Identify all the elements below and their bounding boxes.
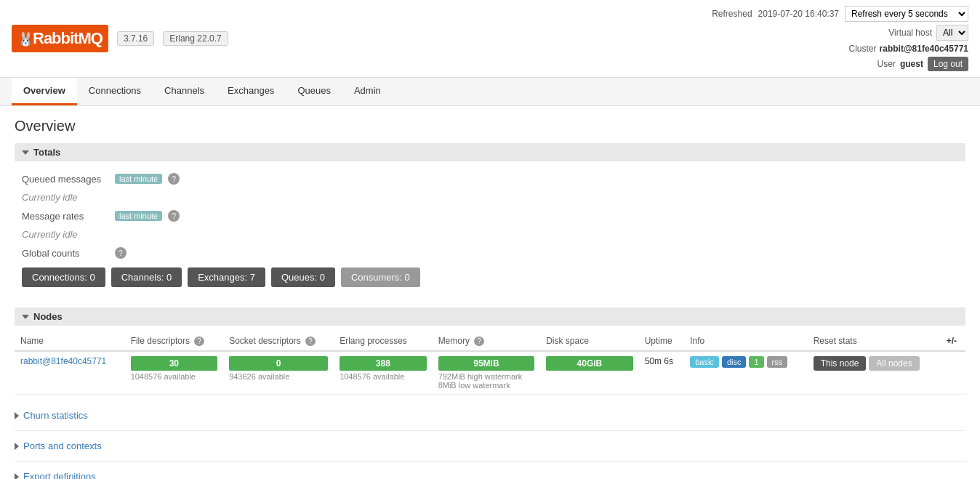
queued-messages-row: Queued messages last minute ? xyxy=(22,170,958,188)
page-title: Overview xyxy=(15,118,965,134)
erlang-processes-cell: 388 1048576 available xyxy=(334,351,433,395)
refresh-select[interactable]: Refresh every 5 seconds Refresh every 10… xyxy=(845,6,968,22)
uptime-value: 50m 6s xyxy=(645,356,673,366)
consumers-count-btn[interactable]: Consumers: 0 xyxy=(341,267,420,287)
totals-section-header[interactable]: Totals xyxy=(15,143,965,161)
user-label: User xyxy=(877,59,896,69)
reset-all-nodes-button[interactable]: All nodes xyxy=(869,356,919,371)
tab-queues[interactable]: Queues xyxy=(286,78,342,105)
badge-disc[interactable]: disc xyxy=(722,356,747,368)
export-definitions-icon xyxy=(15,473,19,480)
col-memory: Memory ? xyxy=(433,331,541,351)
file-descriptors-cell: 30 1048576 available xyxy=(125,351,224,395)
col-reset-stats: Reset stats xyxy=(808,331,941,351)
badge-num[interactable]: 1 xyxy=(749,356,763,368)
message-rates-status-row: Currently idle xyxy=(22,225,958,244)
queued-messages-status-row: Currently idle xyxy=(22,188,958,207)
node-name-link[interactable]: rabbit@81fe40c45771 xyxy=(20,356,106,366)
message-rates-help[interactable]: ? xyxy=(168,210,180,222)
totals-content: Queued messages last minute ? Currently … xyxy=(15,167,965,296)
message-rates-label: Message rates xyxy=(22,211,109,222)
logo-box: 🐰RabbitMQ xyxy=(12,25,108,52)
churn-statistics-icon xyxy=(15,412,19,419)
message-rates-status: Currently idle xyxy=(22,228,78,241)
file-descriptors-help-icon[interactable]: ? xyxy=(194,337,204,346)
memory-sub2: 8MiB low watermark xyxy=(438,381,535,390)
tab-exchanges[interactable]: Exchanges xyxy=(216,78,286,105)
disk-space-cell: 40GiB xyxy=(540,351,639,395)
tab-channels[interactable]: Channels xyxy=(153,78,216,105)
global-counts-row: Global counts ? xyxy=(22,244,958,262)
divider-1 xyxy=(15,430,965,431)
empty-cell xyxy=(941,351,965,395)
nodes-section-header[interactable]: Nodes xyxy=(15,307,965,326)
nodes-table-header-row: Name File descriptors ? Socket descripto… xyxy=(15,331,965,351)
export-definitions-title: Export definitions xyxy=(23,471,96,479)
disk-space-bar: 40GiB xyxy=(546,356,633,371)
churn-statistics-section: Churn statistics xyxy=(15,406,965,424)
tab-overview[interactable]: Overview xyxy=(12,78,77,105)
ports-contexts-section: Ports and contexts xyxy=(15,437,965,455)
col-erlang-processes: Erlang processes xyxy=(334,331,433,351)
erlang-badge: Erlang 22.0.7 xyxy=(163,31,228,46)
logo-text: 🐰RabbitMQ xyxy=(17,29,103,47)
queued-messages-help[interactable]: ? xyxy=(168,173,180,185)
logout-button[interactable]: Log out xyxy=(928,57,968,71)
socket-descriptors-sub: 943626 available xyxy=(229,372,328,381)
reset-stats-buttons: This node All nodes xyxy=(814,356,935,371)
socket-descriptors-cell: 0 943626 available xyxy=(223,351,334,395)
erlang-processes-bar: 388 xyxy=(340,356,427,371)
ports-contexts-header[interactable]: Ports and contexts xyxy=(15,437,965,455)
memory-sub: 792MiB high watermark xyxy=(438,372,535,381)
churn-statistics-header[interactable]: Churn statistics xyxy=(15,406,965,424)
col-info: Info xyxy=(684,331,807,351)
queued-messages-badge: last minute xyxy=(115,174,162,184)
user-name: guest xyxy=(900,59,923,69)
connections-count-btn[interactable]: Connections: 0 xyxy=(22,267,105,287)
cluster-row: Cluster rabbit@81fe40c45771 xyxy=(849,44,968,54)
memory-bar: 95MiB xyxy=(438,356,535,371)
queues-count-btn[interactable]: Queues: 0 xyxy=(271,267,335,287)
cluster-name: rabbit@81fe40c45771 xyxy=(880,44,968,54)
exchanges-count-btn[interactable]: Exchanges: 7 xyxy=(188,267,265,287)
col-uptime: Uptime xyxy=(639,331,685,351)
reset-this-node-button[interactable]: This node xyxy=(814,356,867,371)
col-name: Name xyxy=(15,331,125,351)
tab-connections[interactable]: Connections xyxy=(77,78,153,105)
logo-rabbit: Rabbit xyxy=(33,29,78,47)
refresh-row: Refreshed 2019-07-20 16:40:37 Refresh ev… xyxy=(712,6,968,22)
nodes-title: Nodes xyxy=(33,311,63,322)
nav: Overview Connections Channels Exchanges … xyxy=(0,78,980,106)
export-definitions-section: Export definitions xyxy=(15,467,965,479)
badge-rss[interactable]: rss xyxy=(767,356,788,368)
node-name-cell: rabbit@81fe40c45771 xyxy=(15,351,125,395)
col-file-descriptors: File descriptors ? xyxy=(125,331,224,351)
memory-cell: 95MiB 792MiB high watermark 8MiB low wat… xyxy=(433,351,541,395)
col-disk-space: Disk space xyxy=(540,331,639,351)
vhost-row: Virtual host All xyxy=(888,25,968,41)
badge-basic[interactable]: basic xyxy=(690,356,719,368)
file-descriptors-bar: 30 xyxy=(131,356,218,371)
export-definitions-header[interactable]: Export definitions xyxy=(15,467,965,479)
table-row: rabbit@81fe40c45771 30 1048576 available… xyxy=(15,351,965,395)
global-counts-label: Global counts xyxy=(22,248,109,259)
main-content: Overview Totals Queued messages last min… xyxy=(0,106,980,479)
churn-statistics-title: Churn statistics xyxy=(23,410,88,421)
uptime-cell: 50m 6s xyxy=(639,351,685,395)
memory-help-icon[interactable]: ? xyxy=(474,337,484,346)
divider-2 xyxy=(15,461,965,462)
vhost-select[interactable]: All xyxy=(936,25,968,41)
tab-admin[interactable]: Admin xyxy=(342,78,393,105)
message-rates-badge: last minute xyxy=(115,211,162,221)
version-badge: 3.7.16 xyxy=(117,31,154,46)
socket-descriptors-help-icon[interactable]: ? xyxy=(305,337,316,346)
logo-area: 🐰RabbitMQ 3.7.16 Erlang 22.0.7 xyxy=(12,25,712,52)
channels-count-btn[interactable]: Channels: 0 xyxy=(111,267,182,287)
socket-descriptors-bar: 0 xyxy=(229,356,328,371)
reset-stats-cell: This node All nodes xyxy=(808,351,941,395)
col-add-remove: +/- xyxy=(941,331,965,351)
global-counts-help[interactable]: ? xyxy=(115,247,126,259)
totals-section: Totals Queued messages last minute ? Cur… xyxy=(15,143,965,296)
header-right: Refreshed 2019-07-20 16:40:37 Refresh ev… xyxy=(712,6,968,71)
totals-title: Totals xyxy=(33,147,60,158)
